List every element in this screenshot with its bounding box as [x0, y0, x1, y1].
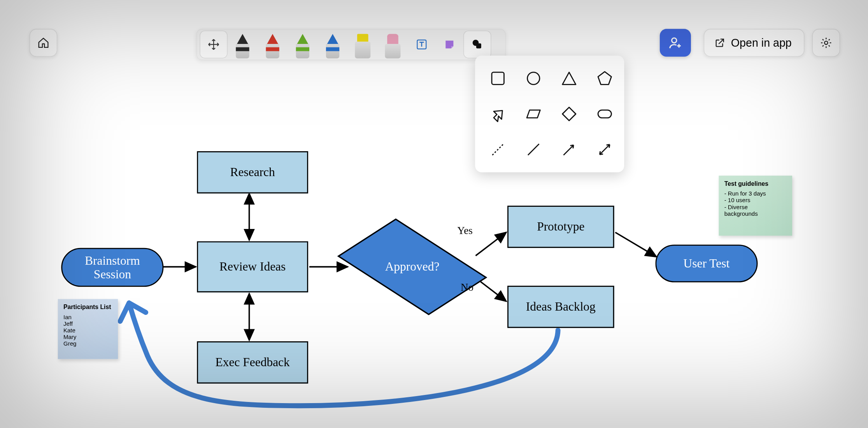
shape-line-arrow[interactable] [553, 133, 585, 166]
node-brainstorm[interactable]: Brainstorm Session [61, 248, 163, 287]
whiteboard-canvas[interactable]: Brainstorm Session Research Review Ideas… [0, 0, 868, 428]
node-label: User Test [684, 257, 730, 271]
highlighter-tool[interactable] [348, 33, 377, 59]
node-ideas-backlog[interactable]: Ideas Backlog [507, 286, 614, 328]
node-label: Brainstorm Session [67, 253, 158, 281]
sticky-title: Test guidelines [724, 180, 787, 187]
shape-diamond[interactable] [553, 98, 585, 130]
text-tool[interactable] [409, 31, 435, 58]
shape-parallelogram[interactable] [517, 98, 550, 130]
node-research[interactable]: Research [197, 151, 308, 194]
shape-line-double-arrow[interactable] [589, 133, 621, 166]
svg-rect-12 [598, 110, 611, 118]
invite-button[interactable] [660, 29, 691, 56]
sticky-line: Jeff [63, 320, 112, 327]
svg-point-19 [824, 41, 828, 44]
shape-line-dashed[interactable] [482, 133, 514, 166]
move-icon [207, 38, 219, 51]
shape-triangle[interactable] [553, 62, 585, 94]
shape-block-arrow[interactable] [482, 98, 514, 130]
eraser-tool[interactable] [378, 33, 407, 59]
sticky-line: Greg [63, 340, 112, 347]
text-icon [415, 38, 428, 51]
node-prototype[interactable]: Prototype [507, 206, 614, 248]
sticky-note-tool[interactable] [436, 31, 463, 58]
sticky-participants[interactable]: Participants List Ian Jeff Kate Mary Gre… [58, 299, 118, 359]
sticky-title: Participants List [63, 304, 112, 310]
shape-circle[interactable] [517, 62, 550, 94]
home-button[interactable] [30, 29, 57, 56]
pen-black-tool[interactable] [228, 33, 257, 59]
shape-square[interactable] [482, 62, 514, 94]
gear-icon [820, 37, 832, 49]
edge-label-no: No [461, 281, 473, 293]
note-icon [443, 38, 456, 51]
shapes-tool[interactable] [464, 31, 491, 58]
svg-point-17 [672, 38, 677, 43]
sticky-line: - Run for 3 days [724, 190, 787, 197]
move-tool[interactable] [200, 31, 227, 58]
shapes-popover [475, 56, 624, 172]
svg-line-6 [615, 232, 656, 257]
svg-line-16 [600, 145, 610, 155]
node-approved[interactable]: Approved? [370, 240, 454, 293]
sticky-line: backgrounds [724, 210, 787, 217]
shape-pentagon[interactable] [589, 62, 621, 94]
drawing-toolbar [196, 29, 506, 60]
pen-red-tool[interactable] [258, 33, 287, 59]
svg-line-15 [563, 145, 573, 155]
sticky-line: Mary [63, 334, 112, 340]
shape-rounded-rect[interactable] [589, 98, 621, 130]
sticky-line: - 10 users [724, 197, 787, 203]
open-in-app-button[interactable]: Open in app [704, 29, 805, 56]
svg-line-13 [492, 144, 503, 155]
sticky-line: Ian [63, 313, 112, 320]
home-icon [37, 37, 49, 49]
pen-green-tool[interactable] [288, 33, 317, 59]
svg-line-4 [476, 232, 507, 256]
sticky-line: Kate [63, 327, 112, 334]
sticky-line: - Diverse [724, 203, 787, 210]
svg-rect-10 [492, 72, 504, 84]
node-label: Ideas Backlog [526, 300, 596, 314]
node-label: Review Ideas [219, 260, 286, 274]
shape-line[interactable] [517, 133, 550, 166]
edge-label-yes: Yes [457, 225, 473, 237]
shapes-icon [471, 38, 484, 51]
node-user-test[interactable]: User Test [655, 245, 758, 282]
node-label: Research [230, 165, 275, 179]
svg-point-11 [528, 72, 540, 84]
pen-blue-tool[interactable] [318, 33, 347, 59]
person-add-icon [668, 36, 682, 50]
svg-rect-9 [476, 44, 481, 49]
svg-line-14 [528, 144, 539, 155]
node-review[interactable]: Review Ideas [197, 241, 308, 293]
settings-button[interactable] [812, 29, 840, 56]
node-exec-feedback[interactable]: Exec Feedback [197, 341, 308, 384]
external-link-icon [714, 37, 726, 49]
node-label: Approved? [385, 260, 440, 274]
node-label: Prototype [537, 220, 584, 234]
sticky-guidelines[interactable]: Test guidelines - Run for 3 days - 10 us… [719, 176, 792, 236]
node-label: Exec Feedback [216, 355, 290, 369]
open-in-app-label: Open in app [731, 37, 792, 49]
